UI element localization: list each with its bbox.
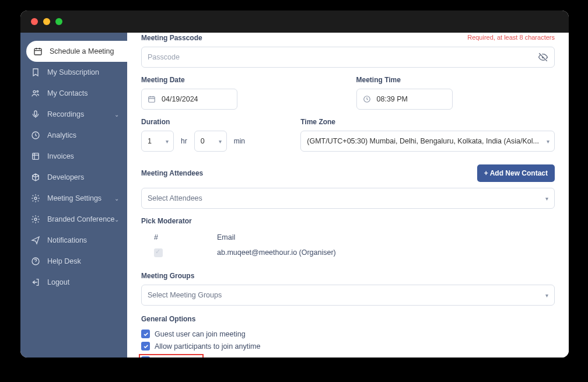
general-options-label: General Options xyxy=(141,315,555,323)
checkbox[interactable] xyxy=(141,330,150,338)
moderator-table: # Email ab.muqeet@meethour.io (Organiser… xyxy=(141,230,555,262)
duration-label: Duration xyxy=(141,118,284,126)
sidebar-item-contacts[interactable]: My Contacts xyxy=(20,83,127,104)
sidebar-item-logout[interactable]: Logout xyxy=(20,272,127,293)
window-close-icon[interactable] xyxy=(31,18,38,25)
checkbox[interactable] xyxy=(141,342,150,351)
time-label: Meeting Time xyxy=(356,76,555,84)
caret-down-icon: ▾ xyxy=(547,138,550,145)
sidebar-item-label: Schedule a Meeting xyxy=(50,47,114,55)
sidebar-item-label: Recordings xyxy=(47,110,84,118)
svg-rect-5 xyxy=(33,153,39,160)
hr-unit: hr xyxy=(181,137,187,145)
date-input[interactable] xyxy=(162,95,253,103)
option-enable-lobby: Enable Lobby xyxy=(141,352,555,358)
sidebar-item-label: Developers xyxy=(47,173,84,181)
checkbox-disabled xyxy=(154,248,163,257)
titlebar xyxy=(20,10,569,33)
sidebar-item-recordings[interactable]: Recordings ⌄ xyxy=(20,104,127,125)
help-icon xyxy=(31,257,40,266)
checkbox[interactable] xyxy=(141,356,150,358)
sidebar-item-help-desk[interactable]: Help Desk xyxy=(20,251,127,272)
caret-down-icon: ▾ xyxy=(545,292,548,299)
sidebar-item-label: My Subscription xyxy=(47,68,99,76)
time-input-wrap[interactable] xyxy=(356,89,453,110)
sidebar-item-invoices[interactable]: Invoices xyxy=(20,146,127,167)
option-label: Enable Lobby xyxy=(155,357,199,358)
add-contact-button[interactable]: + Add New Contact xyxy=(477,164,555,182)
timezone-select[interactable]: (GMT/UTC+05:30) Mumbai, Delhi, Bengaluru… xyxy=(300,131,555,152)
passcode-label: Meeting Passcode xyxy=(141,34,202,42)
duration-min-select[interactable]: 0▾ xyxy=(194,131,227,152)
caret-down-icon: ▾ xyxy=(166,138,169,145)
clock-icon xyxy=(363,95,371,103)
calendar-icon xyxy=(148,95,156,103)
option-join-anytime: Allow participants to join anytime xyxy=(141,340,555,352)
mic-icon xyxy=(31,110,40,119)
caret-down-icon: ▾ xyxy=(545,195,548,202)
passcode-input-wrap[interactable] xyxy=(141,47,555,68)
sidebar-item-branded-conference[interactable]: Branded Conference ⌄ xyxy=(20,209,127,230)
send-icon xyxy=(31,236,40,245)
chevron-down-icon: ⌄ xyxy=(114,111,119,118)
clock-icon xyxy=(31,131,40,140)
caret-down-icon: ▾ xyxy=(219,138,222,145)
sidebar-item-label: My Contacts xyxy=(47,89,88,97)
time-input[interactable] xyxy=(377,95,468,103)
gear-icon xyxy=(31,194,40,203)
passcode-input[interactable] xyxy=(148,53,532,61)
sidebar-item-label: Invoices xyxy=(47,152,74,160)
groups-select[interactable]: Select Meeting Groups▾ xyxy=(141,285,555,306)
sidebar-item-notifications[interactable]: Notifications xyxy=(20,230,127,251)
sidebar-item-developers[interactable]: Developers xyxy=(20,167,127,188)
tz-label: Time Zone xyxy=(300,118,555,126)
sidebar-item-meeting-settings[interactable]: Meeting Settings ⌄ xyxy=(20,188,127,209)
option-label: Allow participants to join anytime xyxy=(155,342,260,351)
highlight-box: Enable Lobby xyxy=(139,354,204,358)
moderator-row: ab.muqeet@meethour.io (Organiser) xyxy=(141,245,555,262)
sidebar: Schedule a Meeting My Subscription My Co… xyxy=(20,33,127,358)
date-input-wrap[interactable] xyxy=(141,89,237,110)
sidebar-item-label: Help Desk xyxy=(47,257,81,265)
sidebar-item-schedule-meeting[interactable]: Schedule a Meeting xyxy=(26,41,127,62)
groups-label: Meeting Groups xyxy=(141,272,555,280)
sidebar-item-subscription[interactable]: My Subscription xyxy=(20,62,127,83)
sidebar-item-label: Logout xyxy=(47,278,69,286)
svg-point-1 xyxy=(33,90,36,93)
date-label: Meeting Date xyxy=(141,76,340,84)
calendar-icon xyxy=(33,47,43,56)
mod-col-num: # xyxy=(147,233,217,241)
contacts-icon xyxy=(31,89,40,98)
passcode-requirement: Required, at least 8 characters xyxy=(467,33,555,41)
option-label: Guest user can join meeting xyxy=(155,330,246,338)
main-content: Meeting Passcode Required, at least 8 ch… xyxy=(127,33,569,358)
svg-rect-3 xyxy=(34,111,37,115)
window-minimize-icon[interactable] xyxy=(43,18,50,25)
cube-icon xyxy=(31,173,40,182)
attendees-label: Meeting Attendees xyxy=(141,169,203,177)
duration-hr-select[interactable]: 1▾ xyxy=(141,131,174,152)
option-guest-join: Guest user can join meeting xyxy=(141,328,555,340)
bookmark-icon xyxy=(31,68,40,77)
svg-point-6 xyxy=(34,197,37,199)
sidebar-item-label: Meeting Settings xyxy=(47,194,102,202)
attendees-select[interactable]: Select Attendees▾ xyxy=(141,188,555,209)
sidebar-item-analytics[interactable]: Analytics xyxy=(20,125,127,146)
moderator-email: ab.muqeet@meethour.io (Organiser) xyxy=(217,248,549,259)
mod-col-email: Email xyxy=(217,233,549,241)
eye-off-icon[interactable] xyxy=(538,52,548,62)
chevron-down-icon: ⌄ xyxy=(114,216,119,223)
min-unit: min xyxy=(234,137,245,145)
window-maximize-icon[interactable] xyxy=(55,18,62,25)
svg-rect-9 xyxy=(149,97,155,102)
svg-rect-0 xyxy=(34,48,41,55)
invoice-icon xyxy=(31,152,40,161)
logout-icon xyxy=(31,278,40,287)
gear-icon xyxy=(31,215,40,224)
svg-point-7 xyxy=(34,218,37,220)
sidebar-item-label: Branded Conference xyxy=(47,215,114,223)
chevron-down-icon: ⌄ xyxy=(114,195,119,202)
svg-point-2 xyxy=(37,90,38,92)
moderator-label: Pick Moderator xyxy=(141,217,555,225)
sidebar-item-label: Analytics xyxy=(47,131,76,139)
